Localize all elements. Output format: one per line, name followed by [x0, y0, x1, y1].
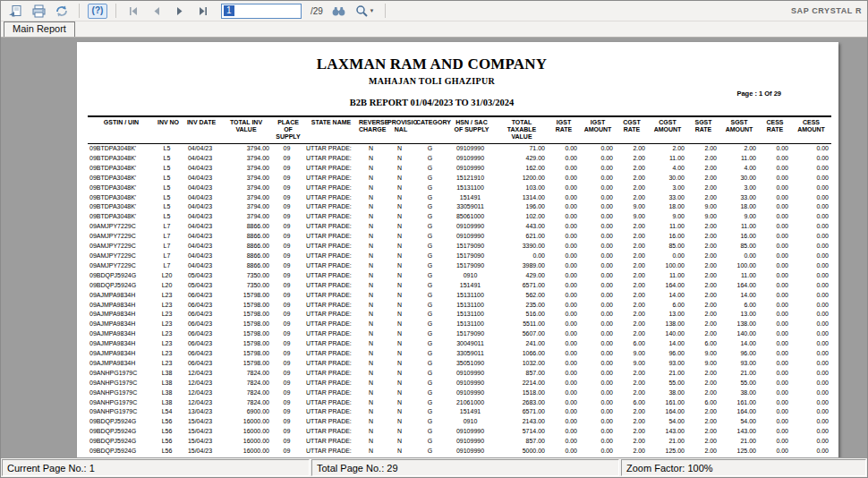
column-header-inv-no: INV NO: [154, 116, 183, 144]
cell-igst-amount: 0.00: [580, 164, 616, 174]
cell-provisional: N: [387, 232, 415, 242]
cell-cgst-amount: 54.00: [648, 417, 687, 427]
cell-cess-rate: 0.00: [759, 261, 791, 271]
cell-reverse-charge: N: [358, 407, 387, 417]
cell-category: G: [415, 261, 447, 271]
table-row: 09ANHPG1979CL3812/04/237824.0009UTTAR PR…: [88, 388, 831, 398]
page-number-input[interactable]: 1: [221, 4, 302, 19]
cell-place-of-supply: 09: [272, 379, 304, 388]
cell-gstin-uin: 09BTDPA3048K': [88, 144, 154, 154]
cell-gstin-uin: 09BTDPA3048K': [88, 212, 154, 222]
cell-cgst-rate: 2.00: [616, 154, 648, 164]
cell-igst-rate: 0.00: [548, 379, 580, 388]
cell-cgst-amount: 3.00: [648, 184, 687, 193]
cell-sgst-amount: 13.00: [719, 310, 759, 320]
cell-place-of-supply: 09: [272, 388, 304, 398]
cell-provisional: N: [387, 222, 415, 232]
cell-cess-amount: 0.00: [791, 154, 831, 164]
cell-provisional: N: [387, 193, 415, 203]
cell-cgst-rate: 2.00: [616, 320, 648, 329]
cell-cgst-rate: 2.00: [616, 301, 648, 311]
table-row: 09AJMPA9834HL2306/04/2315798.0009UTTAR P…: [88, 310, 831, 320]
cell-sgst-amount: 0.00: [719, 252, 759, 261]
cell-igst-amount: 0.00: [580, 174, 616, 184]
go-first-page-button[interactable]: [124, 3, 142, 19]
cell-place-of-supply: 09: [272, 349, 304, 359]
cell-cgst-amount: 93.00: [648, 359, 687, 369]
cell-igst-amount: 0.00: [580, 291, 616, 301]
cell-cgst-amount: 143.00: [648, 427, 687, 437]
cell-igst-rate: 0.00: [548, 291, 580, 301]
cell-place-of-supply: 09: [272, 222, 304, 232]
report-viewport[interactable]: LAXMAN RAM AND COMPANY MAHAJAN TOLI GHAZ…: [1, 38, 867, 458]
cell-category: G: [415, 164, 447, 174]
cell-reverse-charge: N: [358, 329, 387, 339]
cell-inv-no: L23: [154, 329, 183, 339]
cell-sgst-rate: 2.00: [687, 379, 719, 388]
cell-igst-rate: 0.00: [548, 447, 580, 457]
cell-sgst-amount: 164.00: [719, 407, 759, 417]
cell-state-name: UTTAR PRADE:: [304, 232, 358, 242]
cell-sgst-amount: 54.00: [719, 417, 759, 427]
cell-state-name: UTTAR PRADE:: [304, 339, 358, 349]
cell-reverse-charge: N: [358, 222, 387, 232]
cell-sgst-amount: 55.00: [719, 379, 759, 388]
cell-gstin-uin: 09AJMPA9834H: [88, 359, 154, 369]
toggle-parameter-panel-button[interactable]: (?): [88, 4, 107, 19]
cell-cgst-rate: 2.00: [616, 271, 648, 281]
cell-inv-date: 04/04/23: [183, 212, 220, 222]
find-button[interactable]: [330, 3, 348, 19]
cell-reverse-charge: N: [358, 379, 387, 388]
cell-reverse-charge: N: [358, 202, 387, 212]
cell-cgst-rate: 2.00: [616, 407, 648, 417]
table-row: 09AMJPY7229CL704/04/238866.0009UTTAR PRA…: [88, 261, 831, 271]
cell-hsn-sac: 15121910: [447, 174, 496, 184]
export-button[interactable]: [6, 3, 24, 19]
cell-cess-amount: 0.00: [791, 164, 831, 174]
tab-main-report[interactable]: Main Report: [4, 21, 75, 37]
cell-provisional: N: [387, 174, 415, 184]
cell-cess-amount: 0.00: [791, 222, 831, 232]
cell-total-taxable-value: 6571.00: [496, 407, 548, 417]
cell-cgst-rate: 2.00: [616, 437, 648, 447]
print-button[interactable]: [30, 3, 47, 19]
go-previous-page-button[interactable]: [148, 3, 166, 19]
cell-category: G: [415, 427, 447, 437]
cell-place-of-supply: 09: [272, 154, 304, 164]
refresh-button[interactable]: [53, 3, 71, 19]
cell-cgst-rate: 2.00: [616, 281, 648, 291]
cell-state-name: UTTAR PRADE:: [304, 193, 358, 203]
cell-total-taxable-value: 5714.00: [496, 427, 548, 437]
cell-sgst-amount: 161.00: [719, 398, 759, 408]
cell-inv-date: 04/04/23: [183, 252, 220, 261]
cell-igst-amount: 0.00: [580, 301, 616, 311]
cell-category: G: [415, 271, 447, 281]
toolbar-separator: [385, 4, 386, 18]
cell-cgst-rate: 2.00: [616, 310, 648, 320]
cell-state-name: UTTAR PRADE:: [304, 154, 358, 164]
cell-state-name: UTTAR PRADE:: [304, 417, 358, 427]
go-previous-icon: [152, 6, 161, 16]
page-number-value: 1: [224, 5, 234, 16]
cell-total-taxable-value: 1314.00: [496, 193, 548, 203]
cell-inv-date: 15/04/23: [183, 447, 220, 457]
cell-cess-rate: 0.00: [759, 349, 791, 359]
cell-provisional: N: [387, 281, 415, 291]
cell-inv-no: L7: [154, 242, 183, 252]
zoom-button[interactable]: ▼: [353, 3, 377, 19]
cell-total-inv-value: 8866.00: [220, 261, 272, 271]
table-row: 09BDQPJ5924GL2005/04/237350.0009UTTAR PR…: [88, 281, 831, 291]
cell-sgst-amount: 38.00: [719, 388, 759, 398]
column-header-total-inv-value: TOTAL INV VALUE: [220, 116, 272, 144]
sap-crystal-reports-brand: SAP CRYSTAL R: [791, 6, 862, 15]
cell-place-of-supply: 09: [272, 271, 304, 281]
cell-gstin-uin: 09AMJPY7229C: [88, 232, 154, 242]
cell-sgst-amount: 100.00: [719, 261, 759, 271]
cell-cgst-amount: 164.00: [648, 281, 687, 291]
table-row: 09ANHPG1979CL5413/04/236900.0009UTTAR PR…: [88, 407, 831, 417]
cell-reverse-charge: N: [358, 447, 387, 457]
go-next-page-button[interactable]: [171, 3, 189, 19]
cell-total-taxable-value: 516.00: [496, 310, 548, 320]
cell-place-of-supply: 09: [272, 242, 304, 252]
go-last-page-button[interactable]: [194, 3, 212, 19]
